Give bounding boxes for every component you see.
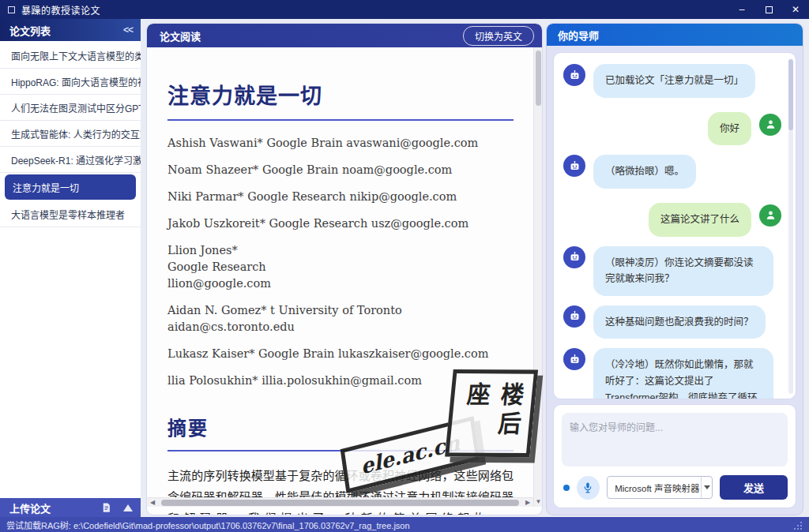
- sidebar-item-label: 大语言模型是零样本推理者: [11, 208, 125, 221]
- microphone-button[interactable]: [577, 476, 600, 500]
- window-title: 暴躁的教授读论文: [21, 3, 100, 17]
- paper-list: 面向无限上下文大语言模型的类人…HippoRAG: 面向大语言模型的神经…人们无…: [0, 41, 141, 498]
- chat-message-bot: （眼神凌厉）你连论文摘要都没读完就敢来问我？: [563, 246, 781, 296]
- author-entry: Noam Shazeer* Google Brain noam@google.c…: [167, 162, 514, 178]
- professor-avatar: [563, 246, 585, 268]
- message-bubble: （眼神凌厉）你连论文摘要都没读完就敢来问我？: [593, 246, 773, 296]
- question-input[interactable]: [562, 413, 788, 466]
- robot-icon: [568, 69, 581, 82]
- author-entry: Jakob Uszkoreit* Google Research usz@goo…: [167, 215, 514, 232]
- chat-history: 已加载论文「注意力就是一切」你好（略微抬眼）嗯。这篇论文讲了什么（眼神凌厉）你连…: [553, 52, 796, 399]
- maximize-icon: [766, 6, 773, 13]
- professor-avatar: [563, 348, 585, 370]
- send-button[interactable]: 发送: [720, 475, 788, 500]
- reader-horizontal-scrollbar[interactable]: ◀ ▶: [147, 497, 533, 507]
- status-text: 尝试加载RAG树: e:\Codefield\Git\mad-professor…: [6, 519, 410, 531]
- message-bubble: 这篇论文讲了什么: [649, 203, 751, 237]
- sidebar-header: 论文列表 <<: [0, 19, 141, 41]
- minimize-button[interactable]: –: [728, 0, 755, 19]
- resize-grip[interactable]: [792, 519, 803, 530]
- chat-message-user: 你好: [563, 107, 781, 146]
- scroll-down-arrow[interactable]: ▼: [534, 498, 542, 505]
- author-entry: llia Polosukhin* illia.polosukhin@gmail.…: [167, 373, 514, 389]
- abstract-text: 主流的序列转换模型基于复杂的循环或卷积神经网络，这些网络包含编码器和解码器。性能…: [167, 466, 514, 515]
- sidebar-item-paper-0[interactable]: 面向无限上下文大语言模型的类人…: [0, 43, 141, 69]
- sidebar-item-label: 生成式智能体: 人类行为的交互式…: [11, 127, 141, 140]
- microphone-icon: [582, 481, 593, 494]
- upload-arrow-icon[interactable]: [123, 504, 133, 511]
- author-entry: Ashish Vaswani* Google Brain avaswani@go…: [167, 135, 514, 152]
- status-bar: 尝试加载RAG树: e:\Codefield\Git\mad-professor…: [0, 517, 809, 532]
- message-bubble: 你好: [708, 112, 751, 146]
- abstract-heading: 摘要: [167, 413, 514, 440]
- robot-icon: [568, 250, 581, 264]
- reader-vertical-scrollbar[interactable]: ▼: [533, 47, 542, 507]
- audio-device-select[interactable]: Microsoft 声音映射器 - Inpu: [607, 476, 713, 499]
- author-entry: Aidan N. Gomez* t University of Toronto …: [167, 302, 514, 335]
- sidebar-title: 论文列表: [9, 23, 51, 38]
- chat-message-bot: （略微抬眼）嗯。: [563, 155, 781, 189]
- paper-content[interactable]: 注意力就是一切 Ashish Vaswani* Google Brain ava…: [147, 47, 542, 515]
- sidebar-item-label: HippoRAG: 面向大语言模型的神经…: [11, 75, 141, 88]
- chat-message-bot: （冷冷地）既然你如此懒惰，那就听好了：这篇论文提出了Transformer架构，…: [563, 348, 781, 399]
- title-divider: [167, 119, 514, 121]
- sidebar-item-paper-6[interactable]: 大语言模型是零样本推理者: [0, 201, 141, 227]
- mentor-title: 你的导师: [558, 28, 599, 43]
- author-entry: Lukasz Kaiser* Google Brain lukaszkaiser…: [167, 346, 514, 362]
- reader-header: 论文阅读 切换为英文: [147, 24, 542, 47]
- chat-message-user: 这篇论文讲了什么: [563, 198, 781, 237]
- sidebar-item-paper-2[interactable]: 人们无法在图灵测试中区分GPT-4与…: [0, 95, 141, 121]
- titlebar: 暴躁的教授读论文 – ✕: [0, 0, 809, 19]
- switch-language-button[interactable]: 切换为英文: [463, 26, 534, 46]
- sidebar-item-label: 人们无法在图灵测试中区分GPT-4与…: [11, 101, 141, 114]
- student-avatar: [759, 114, 781, 136]
- maximize-button[interactable]: [755, 0, 782, 19]
- upload-label: 上传论文: [9, 500, 51, 515]
- reader-vscroll-thumb[interactable]: [536, 51, 541, 106]
- paper-list-sidebar: 论文列表 << 面向无限上下文大语言模型的类人…HippoRAG: 面向大语言模…: [0, 19, 141, 517]
- robot-icon: [568, 353, 581, 366]
- author-entry: Niki Parmar* Google Research nikip@googl…: [167, 189, 514, 205]
- collapse-sidebar-button[interactable]: <<: [123, 24, 133, 36]
- chat-message-bot: 这种基础问题也配浪费我的时间？: [563, 305, 781, 339]
- message-bubble: 这种基础问题也配浪费我的时间？: [593, 305, 766, 339]
- chat-scrollbar[interactable]: [788, 59, 793, 394]
- sidebar-item-paper-5[interactable]: 注意力就是一切: [5, 174, 136, 200]
- professor-avatar: [563, 305, 585, 328]
- app-window: 暴躁的教授读论文 – ✕ 论文列表 << 面向无限上下文大语言模型的类人…Hip…: [0, 0, 809, 532]
- sidebar-item-paper-1[interactable]: HippoRAG: 面向大语言模型的神经…: [0, 69, 141, 95]
- sidebar-item-paper-4[interactable]: DeepSeek-R1: 通过强化学习激励…: [0, 147, 141, 173]
- paper-title: 注意力就是一切: [167, 79, 514, 110]
- scroll-right-arrow[interactable]: ▶: [522, 499, 533, 506]
- sidebar-item-paper-3[interactable]: 生成式智能体: 人类行为的交互式…: [0, 121, 141, 147]
- paper-reader-panel: 论文阅读 切换为英文 注意力就是一切 Ashish Vaswani* Googl…: [147, 24, 542, 515]
- author-entry: Llion Jones*Google Researchllion@google.…: [167, 242, 514, 292]
- message-bubble: （略微抬眼）嗯。: [593, 155, 696, 189]
- reader-hscroll-thumb[interactable]: [161, 500, 519, 506]
- reader-title: 论文阅读: [160, 28, 201, 43]
- upload-paper-button[interactable]: 上传论文: [0, 498, 141, 517]
- abstract-divider: [167, 450, 514, 451]
- chat-scroll-thumb[interactable]: [788, 59, 793, 130]
- message-bubble: （冷冷地）既然你如此懒惰，那就听好了：这篇论文提出了Transformer架构，…: [593, 348, 773, 399]
- chat-messages: 已加载论文「注意力就是一切」你好（略微抬眼）嗯。这篇论文讲了什么（眼神凌厉）你连…: [563, 64, 781, 399]
- document-icon[interactable]: [100, 501, 112, 514]
- chat-input-area: Microsoft 声音映射器 - Inpu 发送: [553, 404, 796, 508]
- close-button[interactable]: ✕: [782, 0, 809, 19]
- app-icon: [8, 6, 15, 13]
- voice-status-dot: [563, 485, 570, 491]
- chat-message-bot: 已加载论文「注意力就是一切」: [563, 64, 781, 98]
- sidebar-item-label: 注意力就是一切: [13, 181, 79, 194]
- robot-icon: [568, 309, 581, 323]
- mentor-panel: 你的导师 已加载论文「注意力就是一切」你好（略微抬眼）嗯。这篇论文讲了什么（眼神…: [547, 24, 803, 515]
- message-bubble: 已加载论文「注意力就是一切」: [593, 64, 755, 98]
- user-icon: [764, 208, 777, 222]
- user-icon: [764, 118, 777, 131]
- sidebar-item-label: 面向无限上下文大语言模型的类人…: [11, 49, 141, 62]
- dropdown-arrow-icon[interactable]: [701, 476, 712, 499]
- audio-device-label: Microsoft 声音映射器 - Inpu: [608, 481, 701, 494]
- author-list: Ashish Vaswani* Google Brain avaswani@go…: [167, 135, 514, 389]
- mentor-header: 你的导师: [547, 24, 803, 46]
- scroll-left-arrow[interactable]: ◀: [147, 499, 158, 506]
- student-avatar: [759, 204, 781, 227]
